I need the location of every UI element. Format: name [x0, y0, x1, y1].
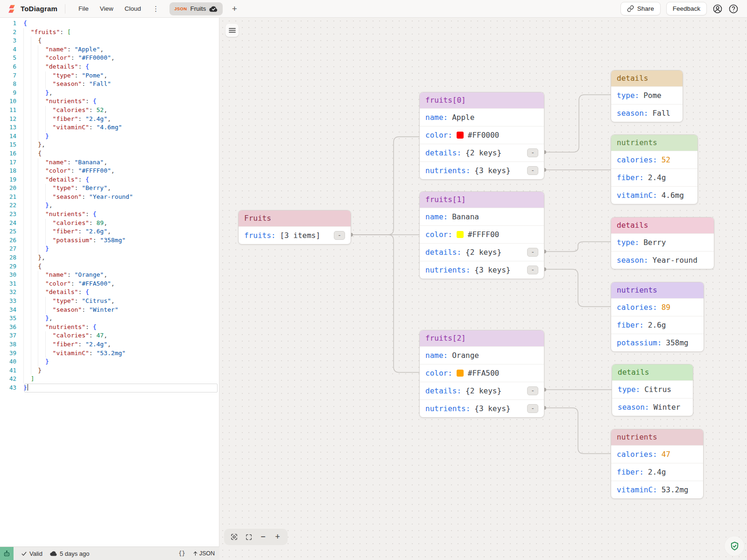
code-line[interactable]: 6"details": {: [0, 63, 219, 71]
indent-guide: [23, 236, 31, 245]
code-line[interactable]: 37"calories": 47,: [0, 331, 219, 340]
new-tab-button[interactable]: +: [228, 3, 240, 15]
code-line[interactable]: 13"vitaminC": "4.6mg": [0, 123, 219, 132]
indent-guide: [31, 236, 38, 245]
code-text: "season": "Fall": [23, 80, 111, 89]
code-line[interactable]: 23"nutrients": {: [0, 210, 219, 219]
node-fruits-2[interactable]: fruits[2]name:Orangecolor:#FFA500details…: [419, 330, 544, 418]
code-line[interactable]: 18"color": "#FFFF00",: [0, 167, 219, 175]
code-line[interactable]: 39"vitaminC": "53.2mg": [0, 349, 219, 358]
code-line[interactable]: 43}: [0, 384, 219, 392]
indent-guide: [31, 80, 38, 89]
code-line[interactable]: 8"season": "Fall": [0, 80, 219, 89]
code-line[interactable]: 33"type": "Citrus",: [0, 297, 219, 306]
collapse-button[interactable]: -: [527, 148, 538, 157]
node-details-0[interactable]: detailstype:Pomeseason:Fall: [611, 70, 683, 122]
code-line[interactable]: 20"type": "Berry",: [0, 184, 219, 193]
menu-cloud[interactable]: Cloud: [119, 2, 147, 15]
code-line[interactable]: 35},: [0, 314, 219, 323]
code-line[interactable]: 22},: [0, 201, 219, 210]
code-line[interactable]: 7"type": "Pome",: [0, 71, 219, 80]
indent-guide: [31, 340, 38, 349]
code-line[interactable]: 30"name": "Orange",: [0, 271, 219, 280]
collapse-button[interactable]: -: [527, 386, 538, 395]
app-logo[interactable]: ToDiagram: [7, 4, 57, 14]
node-fruits-1[interactable]: fruits[1]name:Bananacolor:#FFFF00details…: [419, 191, 544, 279]
code-line[interactable]: 29{: [0, 262, 219, 271]
json-editor-panel[interactable]: 1{2"fruits": [3{4"name": "Apple",5"color…: [0, 18, 219, 546]
collapse-button[interactable]: -: [527, 404, 538, 413]
code-line[interactable]: 5"color": "#FF0000",: [0, 54, 219, 63]
tab-format-badge: JSON: [174, 6, 187, 11]
line-number: 34: [0, 306, 23, 315]
node-row-name: name:Apple: [420, 108, 544, 126]
node-fruits-root[interactable]: Fruitsfruits:[3 items]-: [238, 210, 351, 245]
collapse-button[interactable]: -: [527, 266, 538, 274]
code-line[interactable]: 10"nutrients": {: [0, 97, 219, 106]
code-line[interactable]: 9},: [0, 89, 219, 98]
indent-guide: [45, 236, 53, 245]
account-icon[interactable]: [712, 4, 723, 14]
link-icon: [627, 5, 634, 12]
code-text: "season": "Year-round": [23, 193, 133, 202]
code-line[interactable]: 31"color": "#FFA500",: [0, 280, 219, 288]
code-text: }: [23, 366, 42, 375]
menu-view[interactable]: View: [94, 2, 119, 15]
code-line[interactable]: 21"season": "Year-round": [0, 193, 219, 202]
code-line[interactable]: 2"fruits": [: [0, 28, 219, 37]
assistant-robot-button[interactable]: [0, 547, 14, 560]
export-json-button[interactable]: JSON: [193, 550, 215, 557]
code-line[interactable]: 26"potassium": "358mg": [0, 236, 219, 245]
code-line[interactable]: 17"name": "Banana",: [0, 158, 219, 167]
code-line[interactable]: 40}: [0, 357, 219, 366]
node-nutrients-1[interactable]: nutrientscalories:89fiber:2.6gpotassium:…: [611, 282, 704, 352]
code-line[interactable]: 24"calories": 89,: [0, 219, 219, 228]
focus-view-button[interactable]: [228, 531, 240, 543]
feedback-button[interactable]: Feedback: [666, 2, 707, 15]
code-line[interactable]: 19"details": {: [0, 175, 219, 184]
code-line[interactable]: 11"calories": 52,: [0, 106, 219, 115]
code-line[interactable]: 1{: [0, 19, 219, 28]
code-line[interactable]: 12"fiber": "2.4g",: [0, 115, 219, 124]
code-line[interactable]: 25"fiber": "2.6g",: [0, 227, 219, 236]
collapse-button[interactable]: -: [527, 248, 538, 257]
node-fruits-0[interactable]: fruits[0]name:Applecolor:#FF0000details:…: [419, 92, 544, 180]
tab-label: Fruits: [190, 5, 206, 12]
code-line[interactable]: 4"name": "Apple",: [0, 45, 219, 54]
help-icon[interactable]: [728, 4, 739, 14]
code-line[interactable]: 15},: [0, 140, 219, 149]
canvas-menu-button[interactable]: [226, 24, 239, 37]
format-braces-icon[interactable]: {}: [178, 550, 185, 557]
code-line[interactable]: 27}: [0, 245, 219, 253]
zoom-in-button[interactable]: +: [272, 531, 284, 543]
node-row-type: type:Berry: [611, 233, 714, 251]
code-line[interactable]: 14}: [0, 132, 219, 141]
code-line[interactable]: 3{: [0, 36, 219, 45]
node-details-1[interactable]: detailstype:Berryseason:Year-round: [611, 217, 714, 269]
document-tab[interactable]: JSON Fruits: [169, 2, 223, 15]
zoom-out-button[interactable]: −: [257, 531, 269, 543]
more-options-kebab-icon[interactable]: ⋮: [148, 3, 163, 15]
code-line[interactable]: 41}: [0, 366, 219, 375]
code-text: "name": "Orange",: [23, 271, 107, 280]
code-line[interactable]: 32"details": {: [0, 288, 219, 297]
code-line[interactable]: 34"season": "Winter": [0, 306, 219, 315]
indent-guide: [23, 219, 31, 228]
node-nutrients-0[interactable]: nutrientscalories:52fiber:2.4gvitaminC:4…: [611, 134, 698, 204]
code-line[interactable]: 16{: [0, 149, 219, 158]
collapse-button[interactable]: -: [527, 166, 538, 175]
code-line[interactable]: 42]: [0, 375, 219, 384]
code-editor[interactable]: 1{2"fruits": [3{4"name": "Apple",5"color…: [0, 18, 219, 392]
node-title: fruits[1]: [420, 192, 544, 208]
code-line[interactable]: 38"fiber": "2.4g",: [0, 340, 219, 349]
node-details-2[interactable]: detailstype:Citrusseason:Winter: [612, 364, 693, 416]
diagram-canvas[interactable]: − + Fruitsfruits:[3 items]-fruits[0]name…: [219, 18, 747, 560]
code-line[interactable]: 36"nutrients": {: [0, 323, 219, 332]
share-button[interactable]: Share: [620, 2, 661, 15]
fullscreen-button[interactable]: [243, 531, 255, 543]
code-line[interactable]: 28},: [0, 253, 219, 262]
privacy-shield-button[interactable]: [725, 536, 744, 556]
collapse-button[interactable]: -: [334, 231, 345, 240]
menu-file[interactable]: File: [73, 2, 94, 15]
node-nutrients-2[interactable]: nutrientscalories:47fiber:2.4gvitaminC:5…: [611, 429, 704, 499]
